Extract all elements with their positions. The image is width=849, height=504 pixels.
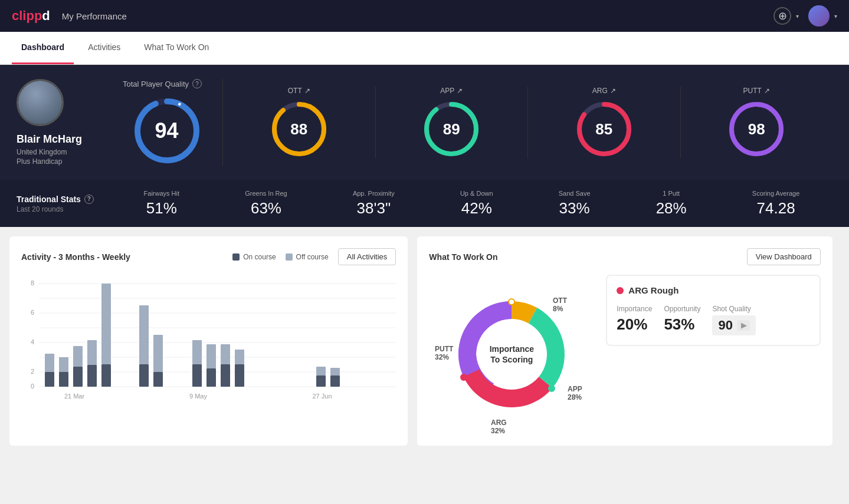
add-button-group[interactable]: ⊕ ▾	[773, 7, 799, 25]
svg-rect-29	[73, 346, 83, 367]
arg-metric-opportunity-name: Opportunity	[664, 305, 700, 313]
arg-card: ARG Rough Importance 20% Opportunity 53%…	[606, 275, 821, 346]
putt-label: PUTT ↗	[743, 87, 770, 95]
stat-name-proximity: App. Proximity	[353, 190, 395, 197]
top-bar-right: ⊕ ▾ ▾	[773, 5, 837, 27]
arg-metric-shot-quality-name: Shot Quality	[712, 305, 755, 313]
stat-val-sand: 33%	[559, 199, 591, 218]
svg-rect-39	[192, 340, 202, 364]
arg-arrow: ↗	[610, 87, 616, 95]
svg-text:8: 8	[31, 279, 34, 286]
donut-chart-wrapper: OTT 8% APP 28% ARG 32% PUTT 32%	[429, 275, 594, 434]
svg-text:6: 6	[31, 309, 34, 316]
svg-rect-45	[235, 350, 244, 364]
svg-rect-31	[87, 340, 97, 365]
view-dashboard-button[interactable]: View Dashboard	[747, 248, 821, 265]
add-button[interactable]: ⊕	[773, 7, 791, 25]
stat-items: Fairways Hit 51% Greens In Reg 63% App. …	[111, 190, 832, 218]
arg-label: ARG ↗	[592, 87, 616, 95]
stat-name-updown: Up & Down	[460, 190, 493, 197]
what-to-work-panel: What To Work On View Dashboard	[417, 236, 832, 446]
stat-app-proximity: App. Proximity 38'3"	[353, 190, 395, 218]
logo: clippd	[12, 8, 50, 24]
score-item-putt: PUTT ↗ 98	[681, 87, 833, 159]
legend-off-course-dot	[286, 253, 293, 261]
tab-dashboard[interactable]: Dashboard	[12, 32, 74, 64]
svg-text:APP: APP	[568, 385, 582, 393]
svg-rect-46	[316, 375, 326, 387]
svg-rect-24	[45, 372, 54, 387]
all-activities-button[interactable]: All Activities	[338, 248, 396, 265]
chart-area: 8 6 4 2 0	[21, 275, 396, 404]
tpq-help-icon[interactable]: ?	[192, 79, 202, 88]
tpq-label: Total Player Quality ?	[123, 79, 211, 88]
svg-text:28%: 28%	[568, 393, 582, 401]
svg-rect-47	[316, 367, 326, 375]
svg-text:OTT: OTT	[553, 297, 568, 305]
score-item-ott: OTT ↗ 88	[223, 87, 376, 159]
svg-text:2: 2	[31, 368, 34, 375]
tpq-score: 94	[155, 118, 178, 143]
activity-panel-title: Activity - 3 Months - Weekly	[21, 252, 130, 262]
donut-svg: OTT 8% APP 28% ARG 32% PUTT 32%	[429, 275, 594, 434]
stat-up-and-down: Up & Down 42%	[460, 190, 493, 218]
trad-stats-label: Traditional Stats ? Last 20 rounds	[17, 195, 111, 213]
legend-on-course: On course	[232, 253, 276, 261]
arg-metric-opportunity: Opportunity 53%	[664, 305, 700, 335]
arg-card-wrapper: ARG Rough Importance 20% Opportunity 53%…	[606, 275, 821, 434]
stat-name-scoring: Scoring Average	[752, 190, 800, 197]
activity-panel-header: Activity - 3 Months - Weekly On course O…	[21, 248, 396, 265]
stats-banner: Blair McHarg United Kingdom Plus Handica…	[0, 65, 849, 180]
trad-help-icon[interactable]: ?	[84, 195, 94, 204]
top-bar-left: clippd My Performance	[12, 8, 127, 24]
stat-1-putt: 1 Putt 28%	[656, 190, 687, 218]
top-bar: clippd My Performance ⊕ ▾ ▾	[0, 0, 849, 32]
ott-arrow: ↗	[304, 87, 310, 95]
arg-score: 85	[595, 120, 612, 139]
bar-chart-svg: 8 6 4 2 0	[21, 275, 396, 404]
arg-metric-shot-quality: Shot Quality 90 ▶	[712, 305, 755, 335]
avatar[interactable]	[808, 5, 830, 27]
stat-val-greens: 63%	[245, 199, 287, 218]
svg-rect-27	[59, 357, 68, 372]
ott-circle: 88	[270, 100, 329, 159]
svg-rect-33	[101, 284, 111, 364]
legend-on-course-dot	[232, 253, 240, 261]
what-to-work-header: What To Work On View Dashboard	[429, 248, 821, 265]
svg-text:PUTT: PUTT	[435, 345, 454, 353]
player-handicap: Plus Handicap	[17, 157, 62, 166]
arg-metric-importance-val: 20%	[617, 315, 652, 334]
player-name: Blair McHarg	[17, 133, 82, 146]
svg-rect-40	[206, 368, 216, 387]
stat-val-fairways: 51%	[144, 199, 180, 218]
stat-val-1putt: 28%	[656, 199, 687, 218]
tab-activities[interactable]: Activities	[78, 32, 130, 64]
tpq-container: Total Player Quality ? 94	[123, 79, 223, 166]
profile-button-group[interactable]: ▾	[808, 5, 837, 27]
svg-rect-34	[139, 364, 149, 387]
svg-text:27 Jun: 27 Jun	[312, 393, 332, 400]
what-to-work-content: OTT 8% APP 28% ARG 32% PUTT 32%	[429, 275, 821, 434]
putt-arrow: ↗	[764, 87, 770, 95]
svg-rect-25	[45, 354, 54, 372]
arg-metric-importance: Importance 20%	[617, 305, 652, 335]
svg-rect-41	[206, 344, 216, 368]
svg-rect-28	[73, 367, 83, 387]
player-avatar	[17, 79, 64, 126]
quality-section: Total Player Quality ? 94	[123, 79, 832, 166]
svg-point-53	[477, 320, 546, 388]
profile-chevron: ▾	[834, 13, 837, 19]
score-circles: OTT ↗ 88 APP ↗	[223, 87, 832, 159]
stat-val-proximity: 38'3"	[353, 199, 395, 218]
stat-scoring-avg: Scoring Average 74.28	[752, 190, 800, 218]
trad-stats-title: Traditional Stats ?	[17, 195, 111, 204]
trad-stats-period: Last 20 rounds	[17, 205, 111, 213]
stat-fairways-hit: Fairways Hit 51%	[144, 190, 180, 218]
svg-point-55	[549, 386, 555, 391]
tab-what-to-work-on[interactable]: What To Work On	[135, 32, 218, 64]
nav-tabs: Dashboard Activities What To Work On	[0, 32, 849, 65]
svg-rect-35	[139, 305, 149, 364]
svg-rect-26	[59, 372, 68, 387]
svg-point-56	[461, 374, 467, 380]
arg-metric-importance-name: Importance	[617, 305, 652, 313]
